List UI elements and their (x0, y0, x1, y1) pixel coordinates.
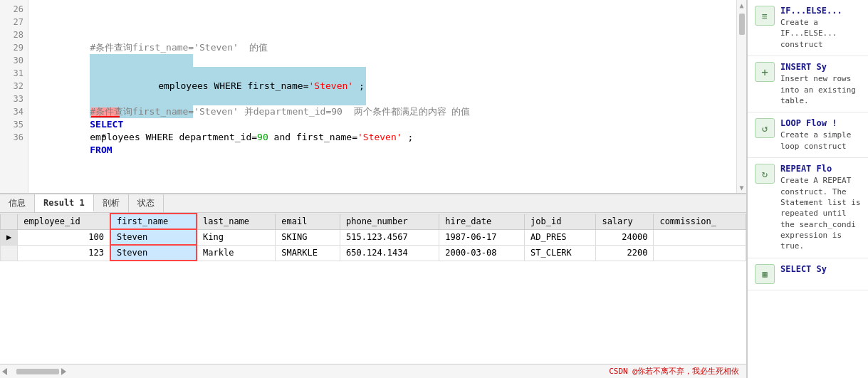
row-marker-1: ▶ (1, 229, 18, 245)
th-salary: salary (596, 214, 654, 229)
cell-commission-2 (654, 245, 746, 261)
sidebar-text-loop: LOOP Flow ! Create a simple loop constru… (780, 118, 861, 152)
th-marker (1, 214, 18, 229)
sidebar-text-ifelse: IF...ELSE... Create a IF...ELSE... const… (780, 6, 861, 50)
cell-hire-date-2: 2000-03-08 (439, 245, 525, 261)
sidebar-text-insert: INSERT Sy Insert new rows into an existi… (780, 62, 861, 106)
th-email: email (276, 214, 340, 229)
select-icon: ▦ (755, 264, 775, 284)
cell-email-2: SMARKLE (276, 245, 340, 261)
sidebar-item-ifelse[interactable]: ≡ IF...ELSE... Create a IF...ELSE... con… (748, 0, 868, 56)
code-content[interactable]: #条件查询first_name='Steven' 的值 SELECT * FRO… (28, 0, 736, 193)
th-commission: commission_ (654, 214, 746, 229)
sidebar-title-insert: INSERT Sy (780, 62, 861, 72)
cell-salary-2: 2200 (596, 245, 654, 261)
cell-hire-date-1: 1987-06-17 (439, 229, 525, 245)
h-scroll-thumb[interactable] (16, 369, 59, 374)
line-numbers: 26 27 28 29 30 31 32 33 34 35 36 (0, 0, 28, 193)
th-first-name: first_name (110, 214, 197, 229)
code-line-28: #条件查询first_name='Steven' 的值 (34, 28, 731, 41)
code-line-35: employees WHERE department_id=90 and fir… (34, 118, 731, 131)
code-line-27 (34, 16, 731, 28)
cell-email-1: SKING (276, 229, 340, 245)
tab-status[interactable]: 状态 (129, 194, 164, 212)
cell-last-name-2: Markle (197, 245, 276, 261)
th-employee-id: employee_id (18, 214, 110, 229)
tab-analysis[interactable]: 剖析 (94, 194, 129, 212)
cell-salary-1: 24000 (596, 229, 654, 245)
cell-last-name-1: King (197, 229, 276, 245)
scroll-left-arrow[interactable] (2, 368, 7, 375)
sidebar-desc-insert: Insert new rows into an existing table. (780, 73, 861, 106)
th-last-name: last_name (197, 214, 276, 229)
tab-info[interactable]: 信息 (0, 194, 35, 212)
main-area: 26 27 28 29 30 31 32 33 34 35 36 (0, 0, 747, 378)
results-table: employee_id first_name last_name email p… (0, 213, 746, 261)
th-job-id: job_id (525, 214, 596, 229)
sidebar-desc-ifelse: Create a IF...ELSE... construct (780, 17, 861, 50)
sidebar-desc-loop: Create a simple loop construct (780, 130, 861, 152)
sidebar-title-select: SELECT Sy (780, 264, 861, 274)
bottom-bar: CSDN @你若不离不弃，我必生死相依 (0, 364, 746, 378)
scrollbar-thumb[interactable] (739, 14, 745, 35)
tabs-bar: 信息 Result 1 剖析 状态 (0, 194, 746, 213)
sidebar-text-repeat: REPEAT Flo Create A REPEAT construct. Th… (780, 164, 861, 252)
where-line: employees WHERE first_name='Steven' ; (90, 67, 366, 105)
sidebar-title-repeat: REPEAT Flo (780, 164, 861, 174)
right-sidebar: ≡ IF...ELSE... Create a IF...ELSE... con… (747, 0, 868, 378)
sidebar-title-ifelse: IF...ELSE... (780, 6, 861, 16)
cell-first-name-2: Steven (110, 245, 197, 261)
row-marker-2 (1, 245, 18, 261)
insert-icon: + (755, 62, 775, 82)
results-area[interactable]: employee_id first_name last_name email p… (0, 213, 746, 364)
cell-job-id-2: ST_CLERK (525, 245, 596, 261)
comment-text-2: #条件查询first_name='Steven' 并department_id=… (90, 106, 470, 117)
sidebar-desc-repeat: Create A REPEAT construct. The Statement… (780, 175, 861, 252)
th-hire-date: hire_date (439, 214, 525, 229)
th-phone-number: phone_number (340, 214, 439, 229)
cell-commission-1 (654, 229, 746, 245)
cell-phone-2: 650.124.1434 (340, 245, 439, 261)
ifelse-icon: ≡ (755, 6, 775, 26)
csdn-watermark: CSDN @你若不离不弃，我必生死相依 (609, 366, 739, 377)
cell-emp-id-1: 100 (18, 229, 110, 245)
table-row: ▶ 100 Steven King SKING 515.123.4567 198… (1, 229, 746, 245)
sidebar-title-loop: LOOP Flow ! (780, 118, 861, 128)
sidebar-item-select[interactable]: ▦ SELECT Sy (748, 258, 868, 290)
table-row: 123 Steven Markle SMARKLE 650.124.1434 2… (1, 245, 746, 261)
scroll-right-arrow[interactable] (61, 368, 66, 375)
code-editor: 26 27 28 29 30 31 32 33 34 35 36 (0, 0, 746, 193)
cell-first-name-1: Steven (110, 229, 197, 245)
cell-job-id-1: AD_PRES (525, 229, 596, 245)
tab-result1[interactable]: Result 1 (35, 194, 94, 212)
bottom-panel: 信息 Result 1 剖析 状态 employee_id first_name… (0, 193, 746, 378)
repeat-icon: ↻ (755, 164, 775, 184)
sidebar-item-loop[interactable]: ↺ LOOP Flow ! Create a simple loop const… (748, 112, 868, 158)
cell-phone-1: 515.123.4567 (340, 229, 439, 245)
comment-text: #条件查询first_name='Steven' 的值 (90, 42, 268, 53)
code-line-26 (34, 3, 731, 16)
vertical-scrollbar[interactable]: ▲ ▼ (736, 0, 746, 193)
loop-icon: ↺ (755, 118, 775, 138)
h-scroll[interactable] (0, 368, 68, 375)
cell-emp-id-2: 123 (18, 245, 110, 261)
sidebar-item-repeat[interactable]: ↻ REPEAT Flo Create A REPEAT construct. … (748, 158, 868, 258)
sidebar-text-select: SELECT Sy (780, 264, 861, 275)
sidebar-item-insert[interactable]: + INSERT Sy Insert new rows into an exis… (748, 56, 868, 112)
